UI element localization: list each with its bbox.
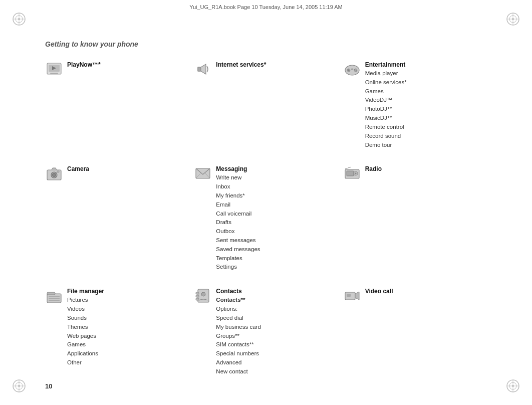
messaging-title: Messaging xyxy=(216,164,260,173)
contacts-title: Contacts xyxy=(216,287,260,296)
svg-point-30 xyxy=(354,69,355,70)
cell-videocall: Video call xyxy=(343,287,487,376)
svg-rect-47 xyxy=(49,296,60,297)
list-item: Outbox xyxy=(216,227,260,236)
svg-point-9 xyxy=(512,18,514,20)
cell-internet: Internet services* xyxy=(194,60,338,149)
svg-point-43 xyxy=(355,173,356,174)
cell-messaging-text: Messaging Write new Inbox My friends* Em… xyxy=(216,164,260,272)
list-item: New contact xyxy=(216,367,260,376)
list-item: SIM contacts** xyxy=(216,340,260,349)
page-number: 10 xyxy=(45,382,52,390)
cell-entertainment: Entertainment Media player Online servic… xyxy=(343,60,487,149)
list-item: Media player xyxy=(365,69,407,78)
cell-filemanager: File manager Pictures Videos Sounds Them… xyxy=(45,287,189,376)
list-item: Web pages xyxy=(67,332,104,341)
svg-rect-32 xyxy=(351,69,353,70)
messaging-items: Write new Inbox My friends* Email Call v… xyxy=(216,173,260,272)
list-item: Record sound xyxy=(365,132,407,141)
svg-rect-36 xyxy=(57,171,59,172)
svg-point-35 xyxy=(53,173,56,177)
list-item: Sent messages xyxy=(216,236,260,245)
internet-icon xyxy=(194,60,212,78)
svg-line-44 xyxy=(345,167,351,169)
main-content: Getting to know your phone PlayNow™* xyxy=(45,40,487,375)
svg-marker-56 xyxy=(355,292,359,300)
svg-point-4 xyxy=(18,18,20,20)
entertainment-icon xyxy=(343,60,361,78)
list-item: Demo tour xyxy=(365,141,407,150)
filemanager-items: Pictures Videos Sounds Themes Web pages … xyxy=(67,296,104,367)
cell-filemanager-text: File manager Pictures Videos Sounds Them… xyxy=(67,287,104,367)
videocall-title: Video call xyxy=(365,287,393,296)
contacts-icon xyxy=(194,287,212,305)
list-item: Sounds xyxy=(67,314,104,323)
corner-decoration-bl xyxy=(12,379,26,393)
svg-rect-57 xyxy=(347,294,351,297)
svg-rect-46 xyxy=(47,292,55,295)
radio-title: Radio xyxy=(365,164,382,173)
camera-title: Camera xyxy=(67,164,89,173)
contacts-items: Contacts** Options: Speed dial My busine… xyxy=(216,296,260,376)
list-item: Inbox xyxy=(216,182,260,191)
corner-decoration-br xyxy=(506,379,520,393)
cell-camera: Camera xyxy=(45,164,189,272)
feature-grid: PlayNow™* Internet services* xyxy=(45,60,487,376)
cell-contacts: Contacts Contacts** Options: Speed dial … xyxy=(194,287,338,376)
entertainment-items: Media player Online services* Games Vide… xyxy=(365,69,407,149)
page-title: Getting to know your phone xyxy=(45,40,487,48)
cell-radio-text: Radio xyxy=(365,164,382,173)
list-item: Other xyxy=(67,358,104,367)
cell-messaging: Messaging Write new Inbox My friends* Em… xyxy=(194,164,338,272)
list-item: Online services* xyxy=(365,78,407,87)
list-item: Saved messages xyxy=(216,245,260,254)
cell-camera-text: Camera xyxy=(67,164,89,173)
svg-point-19 xyxy=(512,385,514,387)
list-item: Speed dial xyxy=(216,314,260,323)
list-item: Themes xyxy=(67,323,104,332)
list-item: Special numbers xyxy=(216,349,260,358)
top-bar-text: Yui_UG_R1A.book Page 10 Tuesday, June 14… xyxy=(189,4,343,10)
svg-rect-23 xyxy=(50,73,58,74)
list-item: Games xyxy=(67,340,104,349)
corner-decoration-tr xyxy=(506,12,520,26)
cell-internet-text: Internet services* xyxy=(216,60,266,69)
list-item: Advanced xyxy=(216,358,260,367)
cell-playnow-text: PlayNow™* xyxy=(67,60,101,69)
list-item: Remote control xyxy=(365,123,407,132)
list-item: VideoDJ™ xyxy=(365,96,407,105)
list-item: My business card xyxy=(216,323,260,332)
svg-rect-24 xyxy=(198,67,201,71)
list-item: Applications xyxy=(67,349,104,358)
svg-rect-41 xyxy=(347,171,354,176)
cell-radio: Radio xyxy=(343,164,487,272)
list-item: Write new xyxy=(216,173,260,182)
list-item: Options: xyxy=(216,305,260,314)
playnow-title: PlayNow™* xyxy=(67,60,101,69)
camera-icon xyxy=(45,164,63,182)
list-item: Pictures xyxy=(67,296,104,305)
cell-contacts-text: Contacts Contacts** Options: Speed dial … xyxy=(216,287,260,376)
list-item: Drafts xyxy=(216,218,260,227)
svg-point-31 xyxy=(356,70,357,71)
svg-rect-51 xyxy=(196,292,199,294)
svg-point-14 xyxy=(18,385,20,387)
svg-rect-49 xyxy=(49,300,60,301)
top-bar: Yui_UG_R1A.book Page 10 Tuesday, June 14… xyxy=(189,4,343,10)
svg-point-27 xyxy=(354,69,357,72)
svg-point-54 xyxy=(201,292,205,296)
filemanager-title: File manager xyxy=(67,287,104,296)
cell-entertainment-text: Entertainment Media player Online servic… xyxy=(365,60,407,149)
list-item: MusicDJ™ xyxy=(365,114,407,123)
playnow-icon xyxy=(45,60,63,78)
filemanager-icon xyxy=(45,287,63,305)
radio-icon xyxy=(343,164,361,182)
videocall-icon xyxy=(343,287,361,305)
list-item: Videos xyxy=(67,305,104,314)
cell-playnow: PlayNow™* xyxy=(45,60,189,149)
list-item: Groups** xyxy=(216,332,260,341)
corner-decoration-tl xyxy=(12,12,26,26)
list-item: Templates xyxy=(216,254,260,263)
list-item: Email xyxy=(216,200,260,210)
list-item: Games xyxy=(365,87,407,96)
